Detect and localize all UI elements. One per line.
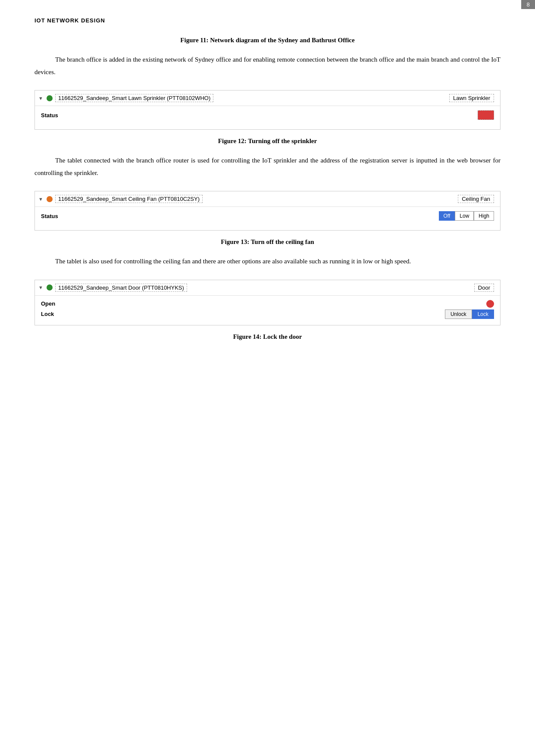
fan-status-row: Status Off Low High <box>41 211 494 221</box>
figure-14-caption: Figure 14: Lock the door <box>34 333 501 341</box>
sprinkler-card-body: Status <box>35 106 500 129</box>
expand-arrow-icon[interactable]: ▼ <box>38 96 43 101</box>
paragraph-1: The branch office is added in the existi… <box>34 53 501 78</box>
door-lock-buttons: Unlock Lock <box>445 309 494 319</box>
sprinkler-device-name: 11662529_Sandeep_Smart Lawn Sprinkler (P… <box>55 94 213 102</box>
door-unlock-button[interactable]: Unlock <box>445 309 472 319</box>
fan-off-button[interactable]: Off <box>439 211 455 221</box>
figure-11-caption: Figure 11: Network diagram of the Sydney… <box>34 37 501 44</box>
ceiling-fan-card-body: Status Off Low High <box>35 207 500 230</box>
sprinkler-device-type: Lawn Sprinkler <box>449 94 494 102</box>
figure-13-caption: Figure 13: Turn off the ceiling fan <box>34 238 501 246</box>
door-card-header: ▼ 11662529_Sandeep_Smart Door (PTT0810HY… <box>35 280 500 296</box>
ceiling-fan-device-card: ▼ 11662529_Sandeep_Smart Ceiling Fan (PT… <box>34 191 501 231</box>
page-header: IOT NETWORK DESIGN <box>34 17 501 24</box>
sprinkler-status-indicator[interactable] <box>478 110 494 120</box>
page-number: 8 <box>521 0 535 9</box>
sprinkler-status-row: Status <box>41 110 494 120</box>
door-device-name: 11662529_Sandeep_Smart Door (PTT0810HYKS… <box>55 284 187 292</box>
door-status-dot <box>47 284 53 291</box>
sprinkler-device-card: ▼ 11662529_Sandeep_Smart Lawn Sprinkler … <box>34 90 501 130</box>
ceiling-fan-device-type: Ceiling Fan <box>458 195 494 203</box>
figure-12-caption: Figure 12: Turning off the sprinkler <box>34 137 501 145</box>
fan-status-label: Status <box>41 213 58 219</box>
sprinkler-status-dot <box>47 95 53 101</box>
door-lock-label: Lock <box>41 311 54 317</box>
door-device-card: ▼ 11662529_Sandeep_Smart Door (PTT0810HY… <box>34 280 501 325</box>
fan-high-button[interactable]: High <box>474 211 494 221</box>
fan-speed-buttons: Off Low High <box>439 211 494 221</box>
expand-arrow-icon-door[interactable]: ▼ <box>38 285 43 290</box>
door-device-type: Door <box>474 284 494 292</box>
expand-arrow-icon-fan[interactable]: ▼ <box>38 197 43 202</box>
door-lock-row: Lock Unlock Lock <box>41 309 494 319</box>
paragraph-3: The tablet is also used for controlling … <box>34 255 501 268</box>
ceiling-fan-device-name: 11662529_Sandeep_Smart Ceiling Fan (PTT0… <box>55 195 203 203</box>
door-open-label: Open <box>41 300 55 307</box>
ceiling-fan-card-header: ▼ 11662529_Sandeep_Smart Ceiling Fan (PT… <box>35 191 500 207</box>
ceiling-fan-card-left: ▼ 11662529_Sandeep_Smart Ceiling Fan (PT… <box>38 195 203 203</box>
door-open-row: Open <box>41 300 494 308</box>
door-card-left: ▼ 11662529_Sandeep_Smart Door (PTT0810HY… <box>38 284 187 292</box>
door-lock-button[interactable]: Lock <box>472 309 494 319</box>
door-open-indicator <box>486 300 494 308</box>
paragraph-2: The tablet connected with the branch off… <box>34 154 501 179</box>
sprinkler-status-label: Status <box>41 112 58 119</box>
sprinkler-card-left: ▼ 11662529_Sandeep_Smart Lawn Sprinkler … <box>38 94 213 102</box>
door-card-body: Open Lock Unlock Lock <box>35 296 500 325</box>
sprinkler-card-header: ▼ 11662529_Sandeep_Smart Lawn Sprinkler … <box>35 91 500 106</box>
fan-low-button[interactable]: Low <box>455 211 474 221</box>
fan-status-dot <box>47 196 53 202</box>
